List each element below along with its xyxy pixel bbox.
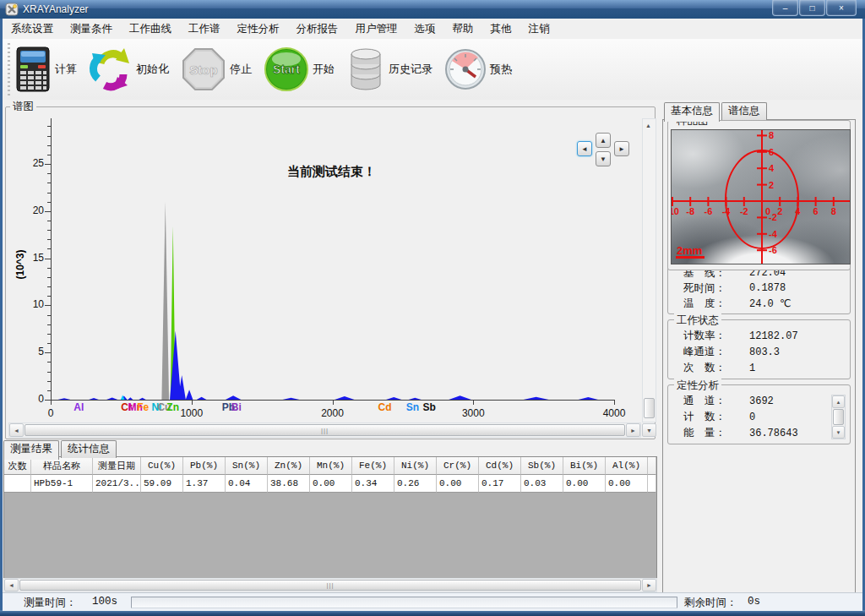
scroll-right-arrow[interactable]: ► bbox=[626, 423, 640, 437]
start-icon: Start bbox=[264, 46, 309, 92]
column-header-10[interactable]: Cr(%) bbox=[437, 457, 479, 475]
table-horizontal-scrollbar[interactable]: ◄ ||| ► bbox=[3, 578, 657, 592]
cell: 0.26 bbox=[394, 475, 437, 493]
tab-measure-results[interactable]: 测量结果 bbox=[3, 440, 59, 460]
scroll-thumb[interactable]: ||| bbox=[19, 580, 641, 591]
column-header-1[interactable]: 样品名称 bbox=[31, 457, 93, 475]
column-header-6[interactable]: Zn(%) bbox=[268, 457, 310, 475]
scroll-right-arrow[interactable]: ► bbox=[642, 579, 656, 591]
y-minor-tick bbox=[47, 268, 51, 269]
crosshair-tick-label: -6 bbox=[705, 206, 713, 216]
menu-item-1[interactable]: 测量条件 bbox=[62, 19, 121, 39]
toolbar-item-5[interactable]: 预热 bbox=[444, 48, 512, 90]
cell: 38.68 bbox=[268, 475, 310, 493]
info-row: 死时间：0.1878 bbox=[671, 281, 847, 296]
toolbar-item-4[interactable]: 历史记录 bbox=[346, 46, 432, 92]
cell: 0.00 bbox=[437, 475, 479, 493]
crosshair-tick-label: -10 bbox=[672, 206, 679, 216]
toolbar-item-1[interactable]: 初始化 bbox=[89, 46, 169, 92]
scroll-left-arrow[interactable]: ◄ bbox=[4, 579, 19, 591]
column-header-7[interactable]: Mn(%) bbox=[310, 457, 352, 475]
toolbar-item-2[interactable]: Stop停止 bbox=[181, 46, 252, 92]
tab-basic-info[interactable]: 基本信息 bbox=[664, 102, 720, 122]
scroll-corner-button[interactable]: ▼ bbox=[642, 423, 656, 437]
scroll-down-arrow[interactable]: ▼ bbox=[832, 426, 845, 439]
crosshair-tick-label: 2 bbox=[769, 180, 774, 190]
scroll-up-arrow[interactable]: ▲ bbox=[643, 119, 654, 131]
menu-item-5[interactable]: 分析报告 bbox=[288, 19, 347, 39]
crosshair-tick-label: 4 bbox=[795, 206, 801, 216]
column-header-0[interactable]: 次数 bbox=[4, 457, 31, 475]
pan-right-button[interactable]: ► bbox=[614, 141, 629, 156]
toolbar-grip[interactable] bbox=[6, 43, 11, 95]
y-tick-label: 15 bbox=[20, 252, 44, 264]
cell: 0.04 bbox=[226, 475, 268, 493]
scroll-thumb[interactable]: ||| bbox=[24, 424, 625, 436]
column-header-4[interactable]: Pb(%) bbox=[183, 457, 226, 475]
y-tick-label: 10 bbox=[20, 298, 44, 310]
y-minor-tick bbox=[47, 183, 51, 183]
pan-left-button[interactable]: ◄ bbox=[577, 141, 592, 156]
column-header-14[interactable]: Al(%) bbox=[606, 457, 648, 475]
up-arrow-icon: ▲ bbox=[600, 137, 607, 144]
menu-item-3[interactable]: 工作谱 bbox=[180, 19, 229, 39]
column-header-12[interactable]: Sb(%) bbox=[521, 457, 563, 475]
series-spectrum bbox=[52, 331, 615, 401]
element-label-Zn: Zn bbox=[166, 401, 179, 413]
menu-item-6[interactable]: 用户管理 bbox=[347, 19, 406, 39]
column-header-8[interactable]: Fe(%) bbox=[352, 457, 394, 475]
series-cu-peak-marker bbox=[52, 202, 615, 400]
close-icon: × bbox=[839, 3, 844, 13]
qualitative-scrollbar[interactable]: ▲▼ bbox=[831, 395, 846, 439]
pan-down-button[interactable]: ▼ bbox=[596, 151, 611, 166]
pan-up-button[interactable]: ▲ bbox=[596, 133, 611, 148]
column-header-5[interactable]: Sn(%) bbox=[226, 457, 268, 475]
column-header-11[interactable]: Cd(%) bbox=[479, 457, 521, 475]
scroll-up-arrow[interactable]: ▲ bbox=[832, 395, 845, 408]
column-header-3[interactable]: Cu(%) bbox=[141, 457, 183, 475]
element-label-Bi: Bi bbox=[231, 401, 242, 413]
sample-image-group: 样品图 -10-8-6-4-202468 8642-2-4-6-8 2mm bbox=[667, 120, 851, 270]
menu-item-2[interactable]: 工作曲线 bbox=[121, 19, 180, 39]
toolbar-item-0[interactable]: 计算 bbox=[14, 46, 77, 92]
x-tick bbox=[51, 401, 52, 405]
y-minor-tick bbox=[47, 230, 51, 231]
y-minor-tick bbox=[47, 334, 51, 335]
chart-horizontal-scrollbar[interactable]: ◄ ||| ► bbox=[8, 422, 641, 438]
info-label: 次 数： bbox=[683, 361, 749, 375]
table-row[interactable]: HPb59-12021/3...59.091.370.0438.680.000.… bbox=[4, 475, 656, 493]
scroll-thumb[interactable] bbox=[644, 398, 655, 418]
menu-item-9[interactable]: 其他 bbox=[482, 19, 520, 39]
scroll-thumb[interactable] bbox=[833, 409, 844, 425]
maximize-button[interactable]: □ bbox=[799, 0, 825, 16]
y-minor-tick bbox=[47, 343, 51, 344]
toolbar-item-3[interactable]: Start开始 bbox=[264, 46, 335, 92]
svg-text:Stop: Stop bbox=[189, 63, 217, 77]
column-header-9[interactable]: Ni(%) bbox=[394, 457, 437, 475]
menu-item-0[interactable]: 系统设置 bbox=[3, 19, 62, 39]
scroll-left-arrow[interactable]: ◄ bbox=[9, 423, 24, 437]
x-tick bbox=[614, 401, 615, 405]
crosshair-tick-label: -2 bbox=[769, 212, 777, 222]
minimize-button[interactable]: – bbox=[772, 0, 798, 16]
menu-item-4[interactable]: 定性分析 bbox=[229, 19, 288, 39]
chart-vertical-scrollbar[interactable]: ▲ bbox=[642, 118, 656, 422]
column-header-2[interactable]: 测量日期 bbox=[93, 457, 141, 475]
cell: 0.00 bbox=[563, 475, 606, 493]
window-title: XRAYAnalyzer bbox=[23, 3, 89, 15]
menu-item-8[interactable]: 帮助 bbox=[444, 19, 482, 39]
cell: 59.09 bbox=[141, 475, 183, 493]
info-value: 1 bbox=[749, 363, 755, 374]
column-header-13[interactable]: Bi(%) bbox=[563, 457, 606, 475]
info-label: 死时间： bbox=[683, 281, 749, 296]
close-button[interactable]: × bbox=[826, 0, 857, 16]
tab-spectrum-info[interactable]: 谱信息 bbox=[721, 102, 767, 120]
menu-item-10[interactable]: 注销 bbox=[520, 19, 558, 39]
tab-statistics[interactable]: 统计信息 bbox=[61, 440, 117, 458]
toolbar-item-label: 计算 bbox=[55, 62, 77, 77]
y-minor-tick bbox=[47, 390, 51, 391]
element-label-Sn: Sn bbox=[406, 401, 419, 413]
menu-item-7[interactable]: 选项 bbox=[406, 19, 444, 39]
title-bar[interactable]: XRAYAnalyzer – □ × bbox=[0, 0, 865, 19]
crosshair-tick-label: 6 bbox=[769, 147, 774, 157]
